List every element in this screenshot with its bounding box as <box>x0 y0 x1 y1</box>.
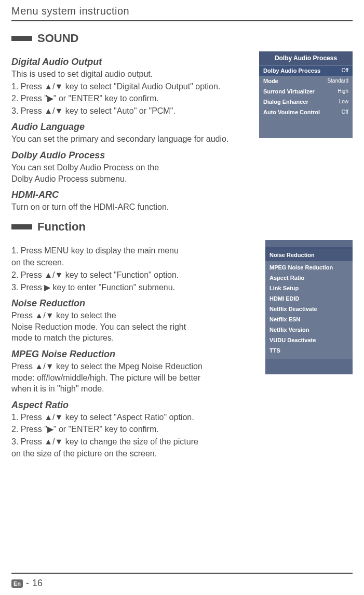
osd-row-label: Surrond Virtualizer <box>263 88 315 94</box>
page-footer: En - 16 <box>11 569 353 589</box>
dolby-process-body: You can set Dolby Audio Process on the D… <box>11 162 249 184</box>
osd-row-value: Off <box>342 67 348 74</box>
osd-row-value: Low <box>339 99 348 105</box>
function-intro-step1b: on the screen. <box>11 257 255 268</box>
noise-reduction-body: Press ▲/▼ key to select the Noise Reduct… <box>11 310 255 344</box>
audio-language-body: You can set the primary and secondary la… <box>11 133 249 145</box>
lang-badge: En <box>11 579 23 588</box>
section-function-title: Function <box>37 220 86 234</box>
osd-function-item: Link Setup <box>269 283 348 293</box>
page-title: Menu system instruction <box>11 5 353 17</box>
osd-dolby-panel: Dolby Audio Process Dolby Audio Process … <box>259 51 353 138</box>
mpeg-nr-body: Press ▲/▼ key to select the Mpeg Noise R… <box>11 361 255 395</box>
osd-function-item: Netflix ESN <box>269 314 348 324</box>
osd-top-band <box>265 240 353 247</box>
digital-audio-output-step3: 3. Press ▲/▼ key to select "Auto" or "PC… <box>11 105 249 117</box>
aspect-ratio-step3: 3. Press ▲/▼ key to change the size of t… <box>11 436 255 448</box>
digital-audio-output-title: Digital Audio Output <box>11 57 249 67</box>
osd-dolby-row: Dolby Audio Process Off <box>259 65 353 76</box>
function-intro-step3: 3. Press ▶ key to enter "Function" subme… <box>11 282 255 293</box>
osd-row-value: High <box>338 88 348 94</box>
osd-row-label: Dialog Enhancer <box>263 99 308 105</box>
section-function-head: Function <box>11 220 353 234</box>
digital-audio-output-step1: 1. Press ▲/▼ key to select "Digital Audi… <box>11 81 249 92</box>
osd-function-panel: Noise Reduction MPEG Noise Reduction Asp… <box>265 240 353 374</box>
section-bar-icon <box>11 224 32 229</box>
section-sound-head: SOUND <box>11 32 353 45</box>
aspect-ratio-step3b: on the size of the picture on the screen… <box>11 448 255 459</box>
osd-dolby-row: Dialog Enhancer Low <box>259 97 353 107</box>
page-sep: - <box>26 578 29 589</box>
osd-function-item: MPEG Noise Reduction <box>269 262 348 273</box>
osd-dolby-row: Auto Voulme Control Off <box>259 107 353 117</box>
digital-audio-output-step2: 2. Press "▶" or "ENTER" key to confirm. <box>11 93 249 104</box>
osd-row-value: Off <box>342 109 348 115</box>
osd-function-item: Netflix Deactivate <box>269 304 348 314</box>
mpeg-nr-title: MPEG Noise Reduction <box>11 349 255 360</box>
osd-function-item: Netflix Version <box>269 324 348 335</box>
osd-dolby-row: Surrond Virtualizer High <box>259 86 353 97</box>
osd-dolby-row: Mode Standard <box>259 76 353 86</box>
aspect-ratio-title: Aspect Ratio <box>11 400 255 411</box>
osd-row-label: Dolby Audio Process <box>263 67 320 74</box>
dolby-process-title: Dolby Audio Process <box>11 150 249 161</box>
osd-function-item: HDMI EDID <box>269 293 348 304</box>
aspect-ratio-step2: 2. Press "▶" or "ENTER" key to confirm. <box>11 424 255 435</box>
function-intro-step1: 1. Press MENU key to display the main me… <box>11 245 255 256</box>
noise-reduction-title: Noise Reduction <box>11 298 255 309</box>
osd-bot-band <box>265 359 353 374</box>
hdmi-arc-title: HDMI-ARC <box>11 190 249 200</box>
osd-function-title: Noise Reduction <box>265 249 353 261</box>
audio-language-title: Audio Language <box>11 121 249 132</box>
section-bar-icon <box>11 36 32 41</box>
hdmi-arc-body: Turn on or turn off the HDMI-ARC functio… <box>11 201 249 213</box>
function-intro-step2: 2. Press ▲/▼ key to select "Function" op… <box>11 269 255 281</box>
osd-function-item: VUDU Deactivate <box>269 335 348 345</box>
footer-divider <box>11 573 353 574</box>
osd-function-item: Aspect Ratio <box>269 273 348 283</box>
page-number: 16 <box>32 578 43 589</box>
aspect-ratio-step1: 1. Press ▲/▼ key to select "Aspect Ratio… <box>11 412 255 423</box>
digital-audio-output-intro: This is used to set digital audio output… <box>11 69 249 80</box>
section-sound-title: SOUND <box>37 32 78 45</box>
osd-row-label: Mode <box>263 78 278 84</box>
osd-dolby-title: Dolby Audio Process <box>259 51 353 65</box>
header-divider <box>11 20 353 21</box>
osd-row-label: Auto Voulme Control <box>263 109 320 115</box>
osd-row-value: Standard <box>327 78 348 84</box>
osd-function-item: TTS <box>269 345 348 356</box>
